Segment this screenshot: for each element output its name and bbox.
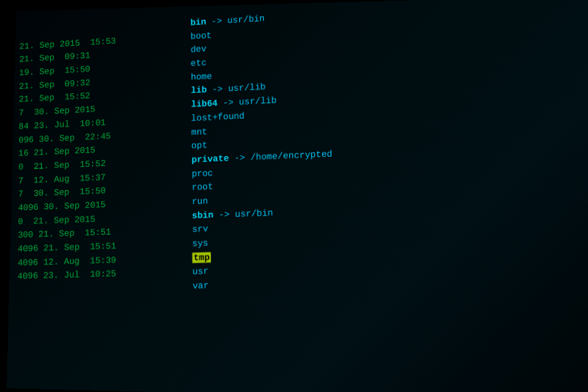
- file-name: tmp: [192, 251, 211, 265]
- file-name: sbin -> usr/bin: [192, 206, 273, 223]
- file-name: root: [191, 180, 213, 195]
- file-name: dev: [191, 42, 206, 57]
- file-name: lost+found: [191, 109, 245, 125]
- file-name: run: [192, 195, 208, 209]
- file-name: boot: [190, 29, 211, 44]
- file-name: sys: [192, 237, 208, 251]
- file-name: var: [193, 279, 209, 293]
- file-name: proc: [191, 167, 213, 182]
- file-name: usr: [192, 265, 208, 279]
- terminal-window: bin -> usr/bin 21. Sep 2015 15:53 boot 2…: [7, 0, 588, 392]
- terminal-content: bin -> usr/bin 21. Sep 2015 15:53 boot 2…: [7, 0, 588, 311]
- file-name: mnt: [191, 125, 208, 139]
- file-name: home: [191, 70, 212, 85]
- file-name: etc: [191, 56, 206, 71]
- file-name: srv: [192, 222, 208, 237]
- file-name: opt: [191, 139, 208, 153]
